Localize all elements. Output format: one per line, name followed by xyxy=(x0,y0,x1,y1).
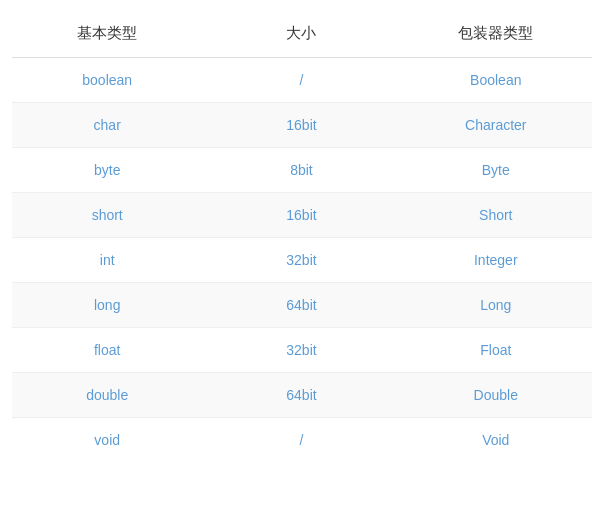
cell-wrapper-type: Void xyxy=(400,418,591,463)
cell-wrapper-type: Double xyxy=(400,373,591,418)
cell-wrapper-type: Short xyxy=(400,193,591,238)
table-row: byte8bitByte xyxy=(12,148,592,193)
cell-wrapper-type: Boolean xyxy=(400,58,591,103)
cell-basic-type: void xyxy=(12,418,203,463)
table-header-row: 基本类型 大小 包装器类型 xyxy=(12,10,592,58)
cell-size: 16bit xyxy=(203,193,400,238)
table-row: long64bitLong xyxy=(12,283,592,328)
header-size: 大小 xyxy=(203,10,400,58)
cell-basic-type: double xyxy=(12,373,203,418)
cell-size: 64bit xyxy=(203,283,400,328)
cell-wrapper-type: Long xyxy=(400,283,591,328)
cell-basic-type: float xyxy=(12,328,203,373)
cell-basic-type: byte xyxy=(12,148,203,193)
table-row: boolean/Boolean xyxy=(12,58,592,103)
cell-basic-type: short xyxy=(12,193,203,238)
table-row: void/Void xyxy=(12,418,592,463)
cell-basic-type: char xyxy=(12,103,203,148)
table-row: float32bitFloat xyxy=(12,328,592,373)
cell-basic-type: long xyxy=(12,283,203,328)
cell-wrapper-type: Byte xyxy=(400,148,591,193)
table-row: short16bitShort xyxy=(12,193,592,238)
cell-basic-type: boolean xyxy=(12,58,203,103)
cell-basic-type: int xyxy=(12,238,203,283)
data-types-table: 基本类型 大小 包装器类型 boolean/Booleanchar16bitCh… xyxy=(12,10,592,462)
cell-size: 32bit xyxy=(203,328,400,373)
cell-wrapper-type: Integer xyxy=(400,238,591,283)
cell-size: / xyxy=(203,58,400,103)
cell-size: 64bit xyxy=(203,373,400,418)
cell-wrapper-type: Character xyxy=(400,103,591,148)
cell-wrapper-type: Float xyxy=(400,328,591,373)
cell-size: / xyxy=(203,418,400,463)
cell-size: 32bit xyxy=(203,238,400,283)
header-basic-type: 基本类型 xyxy=(12,10,203,58)
table-row: char16bitCharacter xyxy=(12,103,592,148)
cell-size: 16bit xyxy=(203,103,400,148)
table-row: double64bitDouble xyxy=(12,373,592,418)
cell-size: 8bit xyxy=(203,148,400,193)
table-row: int32bitInteger xyxy=(12,238,592,283)
header-wrapper-type: 包装器类型 xyxy=(400,10,591,58)
